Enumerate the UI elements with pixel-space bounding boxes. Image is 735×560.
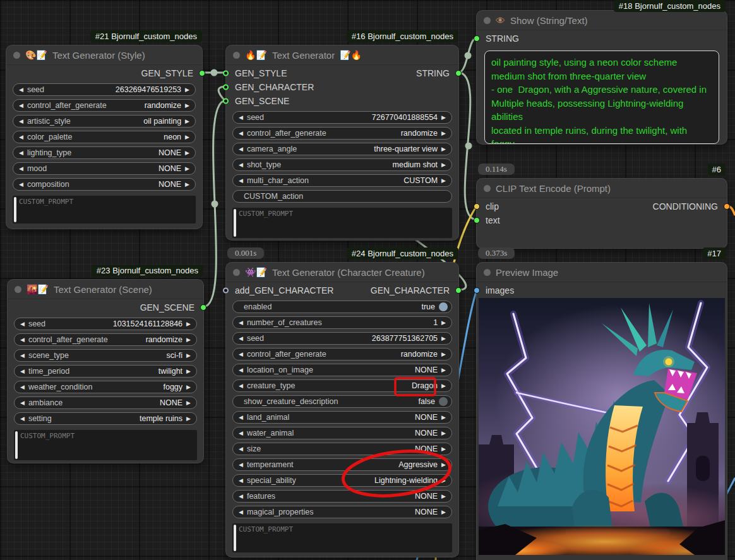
decrement-arrow-icon[interactable]: ◀ <box>239 146 243 152</box>
increment-arrow-icon[interactable]: ▶ <box>186 369 191 374</box>
decrement-arrow-icon[interactable]: ◀ <box>239 352 243 357</box>
increment-arrow-icon[interactable]: ▶ <box>186 416 191 422</box>
widget-scene-type[interactable]: ◀scene_typesci-fi▶ <box>14 349 197 362</box>
increment-arrow-icon[interactable]: ▶ <box>441 494 446 499</box>
increment-arrow-icon[interactable]: ▶ <box>186 353 191 359</box>
decrement-arrow-icon[interactable]: ◀ <box>239 383 243 389</box>
collapse-dot-icon[interactable] <box>233 52 240 59</box>
widget-control-after-generate[interactable]: ◀control_after_generaterandomize▶ <box>232 127 452 140</box>
collapse-dot-icon[interactable] <box>13 52 20 59</box>
widget-setting[interactable]: ◀settingtemple ruins▶ <box>14 412 197 425</box>
decrement-arrow-icon[interactable]: ◀ <box>239 431 243 436</box>
widget-temperament[interactable]: ◀temperamentAggressive▶ <box>232 458 452 471</box>
collapse-dot-icon[interactable] <box>15 286 21 293</box>
increment-arrow-icon[interactable]: ▶ <box>186 337 191 343</box>
node-clip-text-encode[interactable]: 0.114s #6 CLIP Text Encode (Prompt) clip… <box>477 179 727 248</box>
show-text-output[interactable]: oil painting style, using a neon color s… <box>484 51 719 144</box>
input-pin-gen-style[interactable] <box>223 71 229 76</box>
widget-seed[interactable]: ◀seed263269476519253▶ <box>13 83 196 96</box>
widget-show-creature-description[interactable]: show_creature_descriptionfalse <box>232 395 452 408</box>
node-text-generator[interactable]: #16 Bjornulf_custom_nodes 🔥📝 Text Genera… <box>226 45 458 240</box>
decrement-arrow-icon[interactable]: ◀ <box>239 320 243 326</box>
custom-prompt-textarea[interactable]: CUSTOM_PROMPT <box>232 523 452 552</box>
node-preview-image[interactable]: 0.373s #17 Preview Image images <box>477 263 727 560</box>
increment-arrow-icon[interactable]: ▶ <box>186 384 191 390</box>
increment-arrow-icon[interactable]: ▶ <box>185 166 189 172</box>
decrement-arrow-icon[interactable]: ◀ <box>20 369 25 374</box>
widget-shot-type[interactable]: ◀shot_typemedium shot▶ <box>232 158 452 171</box>
widget-artistic-style[interactable]: ◀artistic_styleoil painting▶ <box>13 115 196 128</box>
decrement-arrow-icon[interactable]: ◀ <box>239 131 243 136</box>
decrement-arrow-icon[interactable]: ◀ <box>20 400 25 406</box>
node-title-bar[interactable]: 🌇📝 Text Generator (Scene) <box>8 280 203 299</box>
decrement-arrow-icon[interactable]: ◀ <box>239 367 243 373</box>
widget-enabled[interactable]: enabledtrue <box>232 301 452 313</box>
widget-number-of-creatures[interactable]: ◀number_of_creatures1▶ <box>232 316 452 329</box>
increment-arrow-icon[interactable]: ▶ <box>185 134 189 140</box>
decrement-arrow-icon[interactable]: ◀ <box>19 182 23 188</box>
decrement-arrow-icon[interactable]: ◀ <box>19 87 23 93</box>
custom-prompt-textarea[interactable]: CUSTOM_PROMPT <box>13 196 196 223</box>
node-title-bar[interactable]: CLIP Text Encode (Prompt) <box>477 179 727 198</box>
widget-magical-properties[interactable]: ◀magical_propertiesNONE▶ <box>232 506 452 518</box>
widget-ambiance[interactable]: ◀ambianceNONE▶ <box>14 396 197 409</box>
toggle-off-icon[interactable] <box>439 397 448 406</box>
textarea-scrollbar[interactable] <box>234 209 236 237</box>
decrement-arrow-icon[interactable]: ◀ <box>239 178 243 184</box>
increment-arrow-icon[interactable]: ▶ <box>441 320 446 326</box>
increment-arrow-icon[interactable]: ▶ <box>441 162 446 168</box>
increment-arrow-icon[interactable]: ▶ <box>185 182 189 188</box>
decrement-arrow-icon[interactable]: ◀ <box>239 478 243 484</box>
node-graph-canvas[interactable]: #21 Bjornulf_custom_nodes 🎨📝 Text Genera… <box>0 0 735 560</box>
increment-arrow-icon[interactable]: ▶ <box>441 178 446 184</box>
output-pin-string[interactable] <box>455 70 462 76</box>
increment-arrow-icon[interactable]: ▶ <box>441 415 446 420</box>
node-text-generator-character-creature[interactable]: 0.001s #24 Bjornulf_custom_nodes 👾📝 Text… <box>226 263 458 557</box>
collapse-dot-icon[interactable] <box>484 269 491 276</box>
widget-lighting-type[interactable]: ◀lighting_typeNONE▶ <box>13 146 196 159</box>
increment-arrow-icon[interactable]: ▶ <box>186 321 191 327</box>
output-pin-gen-scene[interactable] <box>200 304 206 311</box>
custom-prompt-textarea[interactable]: CUSTOM_PROMPT <box>232 208 452 238</box>
decrement-arrow-icon[interactable]: ◀ <box>239 115 243 121</box>
increment-arrow-icon[interactable]: ▶ <box>441 383 446 389</box>
output-pin-gen-character[interactable] <box>455 287 462 294</box>
increment-arrow-icon[interactable]: ▶ <box>186 400 191 406</box>
widget-special-ability[interactable]: ◀special_abilityLightning-wielding▶ <box>232 474 452 487</box>
widget-composition[interactable]: ◀compositionNONE▶ <box>13 178 196 191</box>
widget-size[interactable]: ◀sizeNONE▶ <box>232 443 452 455</box>
widget-control-after-generate[interactable]: ◀control_after_generaterandomize▶ <box>13 99 196 112</box>
textarea-scrollbar[interactable] <box>234 525 236 551</box>
decrement-arrow-icon[interactable]: ◀ <box>19 134 23 140</box>
decrement-arrow-icon[interactable]: ◀ <box>19 119 23 124</box>
output-pin-conditioning[interactable] <box>724 203 730 210</box>
increment-arrow-icon[interactable]: ▶ <box>185 150 189 156</box>
widget-water-animal[interactable]: ◀water_animalNONE▶ <box>232 427 452 439</box>
widget-location-on-image[interactable]: ◀location_on_imageNONE▶ <box>232 364 452 376</box>
widget-seed[interactable]: ◀seed726770401888554▶ <box>232 111 452 124</box>
decrement-arrow-icon[interactable]: ◀ <box>239 162 243 168</box>
increment-arrow-icon[interactable]: ▶ <box>441 509 446 515</box>
decrement-arrow-icon[interactable]: ◀ <box>19 150 23 156</box>
custom-prompt-textarea[interactable]: CUSTOM_PROMPT <box>14 430 197 460</box>
decrement-arrow-icon[interactable]: ◀ <box>20 337 25 343</box>
node-text-generator-style[interactable]: #21 Bjornulf_custom_nodes 🎨📝 Text Genera… <box>6 45 202 229</box>
widget-seed[interactable]: ◀seed1031524161128846▶ <box>14 318 197 330</box>
input-pin-gen-scene[interactable] <box>223 98 229 104</box>
widget-control-after-generate[interactable]: ◀control_after_generaterandomize▶ <box>232 348 452 360</box>
increment-arrow-icon[interactable]: ▶ <box>441 462 446 468</box>
input-pin-add-gen-character[interactable] <box>223 288 229 294</box>
node-title-bar[interactable]: 👁 Show (String/Text) <box>477 11 727 30</box>
decrement-arrow-icon[interactable]: ◀ <box>239 336 243 342</box>
decrement-arrow-icon[interactable]: ◀ <box>239 415 243 420</box>
input-pin-images[interactable] <box>474 287 480 294</box>
increment-arrow-icon[interactable]: ▶ <box>441 146 446 152</box>
decrement-arrow-icon[interactable]: ◀ <box>20 353 25 359</box>
widget-creature-type[interactable]: ◀creature_typeDragon▶ <box>232 379 452 392</box>
input-pin-clip[interactable] <box>474 203 480 210</box>
node-text-generator-scene[interactable]: #23 Bjornulf_custom_nodes 🌇📝 Text Genera… <box>8 280 203 463</box>
input-pin-gen-character[interactable] <box>223 85 229 90</box>
increment-arrow-icon[interactable]: ▶ <box>441 478 446 484</box>
increment-arrow-icon[interactable]: ▶ <box>441 431 446 436</box>
input-pin-text[interactable] <box>474 217 480 223</box>
